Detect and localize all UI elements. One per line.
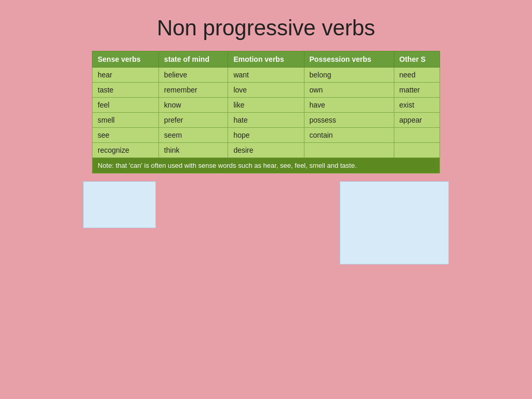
col-header-state: state of mind [158,51,228,68]
table-cell: matter [394,83,440,98]
table-cell [394,128,440,143]
table-cell: possess [304,113,394,128]
small-box [83,181,156,228]
table-header-row: Sense verbs state of mind Emotion verbs … [92,51,440,68]
table-cell [394,143,440,158]
table-cell: prefer [158,113,228,128]
table-cell: exist [394,98,440,113]
table-cell: hate [228,113,304,128]
table-cell: hope [228,128,304,143]
table-row: recognizethinkdesire [92,143,440,158]
table-cell: believe [158,68,228,83]
col-header-sense: Sense verbs [92,51,159,68]
large-box-label [340,182,448,185]
table-cell: love [228,83,304,98]
table-cell: taste [92,83,159,98]
table-cell: hear [92,68,159,83]
table-container: Sense verbs state of mind Emotion verbs … [92,51,440,174]
table-cell: seem [158,128,228,143]
table-cell: remember [158,83,228,98]
small-box-label [84,182,155,185]
col-header-other: Other S [394,51,440,68]
page-title: Non progressive verbs [0,0,532,51]
verbs-table: Sense verbs state of mind Emotion verbs … [92,51,440,174]
col-header-emotion: Emotion verbs [228,51,304,68]
table-cell [304,143,394,158]
table-cell: like [228,98,304,113]
table-cell: feel [92,98,159,113]
table-cell: know [158,98,228,113]
table-row: tasterememberloveownmatter [92,83,440,98]
table-cell: desire [228,143,304,158]
note-text: Note: that 'can' is often used with sens… [92,158,440,174]
table-row: feelknowlikehaveexist [92,98,440,113]
table-cell: appear [394,113,440,128]
table-cell: think [158,143,228,158]
table-cell: need [394,68,440,83]
table-cell: see [92,128,159,143]
table-cell: contain [304,128,394,143]
table-row: smellpreferhatepossessappear [92,113,440,128]
note-row: Note: that 'can' is often used with sens… [92,158,440,174]
table-row: seeseemhopecontain [92,128,440,143]
col-header-possession: Possession verbs [304,51,394,68]
table-cell: recognize [92,143,159,158]
table-cell: belong [304,68,394,83]
large-box [340,181,449,264]
table-cell: own [304,83,394,98]
table-cell: smell [92,113,159,128]
table-cell: want [228,68,304,83]
table-cell: have [304,98,394,113]
table-row: hearbelievewantbelongneed [92,68,440,83]
bottom-area [0,181,532,264]
